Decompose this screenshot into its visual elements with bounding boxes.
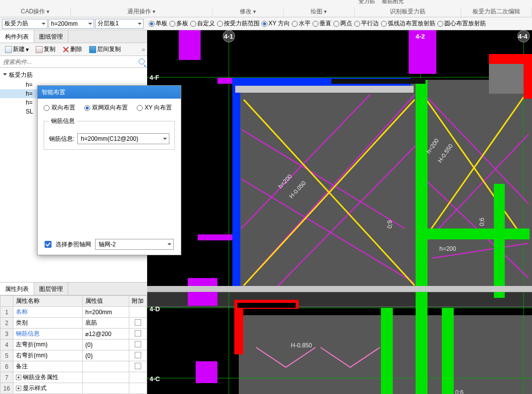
radio-two-points[interactable]: 两点 [333,19,352,28]
search-input[interactable] [0,56,147,67]
axis-tag-D: 4-D [150,305,160,313]
copy-button[interactable]: 复制 [33,44,58,55]
radio-single-board[interactable]: 单板 [149,19,167,28]
component-toolbar: 新建 ▾ 复制 删除 层间复制 » [0,43,147,56]
left-tabs: 构件列表 图纸管理 [0,30,147,43]
new-button[interactable]: 新建 ▾ [2,44,32,55]
prop-row[interactable]: 5右弯折(mm)(0) [0,350,147,361]
svg-rect-33 [196,361,217,383]
drawing-canvas[interactable]: h=200 H-0.050 h=200 H-0.550 0;9 h=200 0;… [147,30,532,394]
ribbon-group-recognize: 受力筋 板筋图元 识别板受力筋 [355,7,461,17]
tab-component-list[interactable]: 构件列表 [0,30,34,43]
col-prop-name: 属性名称 [13,296,83,307]
svg-rect-35 [198,234,232,240]
prop-row[interactable]: 16+显示样式 [0,383,147,394]
svg-rect-43 [331,79,426,84]
svg-rect-30 [179,30,201,60]
prop-row[interactable]: 6备注 [0,361,147,372]
axis-tag-C: 4-C [150,375,160,383]
select-thickness[interactable]: h=200mm [49,19,94,29]
select-layer-board[interactable]: 分层板1 [95,19,144,29]
axis-tag-41: 4-1 [224,33,233,40]
svg-rect-0 [239,80,532,303]
svg-rect-28 [421,228,530,239]
axis-ref-checkbox[interactable] [45,241,52,248]
radio-arc-radial[interactable]: 弧线边布置放射筋 [381,19,435,28]
delete-button[interactable]: 删除 [59,44,85,55]
col-prop-value: 属性值 [83,296,129,307]
radio-xy-place[interactable]: XY 向布置 [137,104,172,112]
radio-parallel-edge[interactable]: 平行边 [354,19,379,28]
svg-text:h=200: h=200 [439,245,456,252]
property-panel: 属性列表 图层管理 属性名称 属性值 附加 1名称h=200mm2类别底筋3钢筋… [0,282,147,394]
ribbon-group-general: 通用操作 ▾ [71,7,213,17]
svg-rect-39 [234,300,243,354]
axis-tag-42: 4-2 [416,33,425,40]
copy-icon [36,46,43,53]
axis-tag-44: 4-4 [518,33,528,40]
prop-row[interactable]: 7+钢筋业务属性 [0,372,147,383]
radio-rebar-range[interactable]: 按受力筋范围 [217,19,260,28]
dialog-titlebar[interactable]: 智能布置 [38,86,181,99]
tab-layer-mgmt[interactable]: 图层管理 [34,282,68,295]
svg-rect-29 [494,184,505,298]
prop-row[interactable]: 3钢筋信息⌀12@200 [0,329,147,339]
svg-rect-37 [232,78,240,291]
ribbon-group-secondary: 板受力筋二次编辑 [461,7,532,17]
options-bar: 板受力筋 h=200mm 分层板1 单板 多板 自定义 按受力筋范围 XY 方向… [0,17,532,30]
radio-double-net[interactable]: 双网双向布置 [84,104,128,112]
radio-xy[interactable]: XY 方向 [262,19,290,28]
svg-rect-44 [147,286,532,292]
property-table[interactable]: 属性名称 属性值 附加 1名称h=200mm2类别底筋3钢筋信息⌀12@2004… [0,295,147,394]
svg-rect-42 [235,86,414,93]
radio-bidirectional[interactable]: 双向布置 [44,104,75,112]
tab-drawing-mgmt[interactable]: 图纸管理 [34,30,68,43]
search-icon [139,58,145,64]
radio-custom[interactable]: 自定义 [190,19,215,28]
radio-vertical[interactable]: 垂直 [313,19,331,28]
prop-row[interactable]: 2类别底筋 [0,318,147,329]
ribbon-group-cad: CAD操作 ▾ [0,7,71,17]
radio-center-radial[interactable]: 圆心布置放射筋 [437,19,486,28]
placement-mode-radios: 单板 多板 自定义 按受力筋范围 XY 方向 水平 垂直 两点 平行边 弧线边布… [149,19,486,28]
smart-place-dialog: 智能布置 双向布置 双网双向布置 XY 向布置 钢筋信息 钢筋信息: h=200… [37,85,181,255]
ribbon-group-bar: CAD操作 ▾ 通用操作 ▾ 修改 ▾ 绘图 ▾ 受力筋 板筋图元 识别板受力筋… [0,0,532,17]
dialog-mode-radios: 双向布置 双网双向布置 XY 向布置 [44,104,175,112]
select-component-type[interactable]: 板受力筋 [2,19,48,29]
svg-text:H-0.850: H-0.850 [291,342,312,349]
component-search[interactable] [0,56,147,68]
axis-tag-F: 4-F [150,74,160,81]
radio-multi-board[interactable]: 多板 [169,19,188,28]
prop-row[interactable]: 1名称h=200mm [0,307,147,318]
svg-text:0;9: 0;9 [386,220,393,228]
svg-rect-26 [381,308,393,394]
axis-ref-select[interactable]: 轴网-2 [95,239,174,250]
svg-rect-27 [442,308,454,394]
ribbon-group-draw: 绘图 ▾ [284,7,355,17]
canvas-svg: h=200 H-0.050 h=200 H-0.550 0;9 h=200 0;… [147,30,532,394]
layer-copy-button[interactable]: 层间复制 [86,44,124,55]
svg-text:0;6: 0;6 [455,389,464,394]
radio-horizontal[interactable]: 水平 [292,19,311,28]
svg-rect-40 [237,303,296,308]
delete-icon [62,46,69,53]
svg-text:0;6: 0;6 [479,218,485,226]
rebar-info-select[interactable]: h=200mm(C12@200) [77,133,169,144]
layer-copy-icon [89,46,96,53]
new-icon [5,46,12,53]
tree-root[interactable]: 板受力筋 [0,70,147,80]
prop-row[interactable]: 4左弯折(mm)(0) [0,339,147,350]
rebar-info-fieldset: 钢筋信息 钢筋信息: h=200mm(C12@200) [44,117,175,150]
rebar-info-label: 钢筋信息: [49,135,74,143]
tab-property-list[interactable]: 属性列表 [0,282,34,295]
axis-ref-label: 选择参照轴网 [55,240,91,249]
ribbon-group-modify: 修改 ▾ [213,7,283,17]
col-prop-extra: 附加 [129,296,147,307]
